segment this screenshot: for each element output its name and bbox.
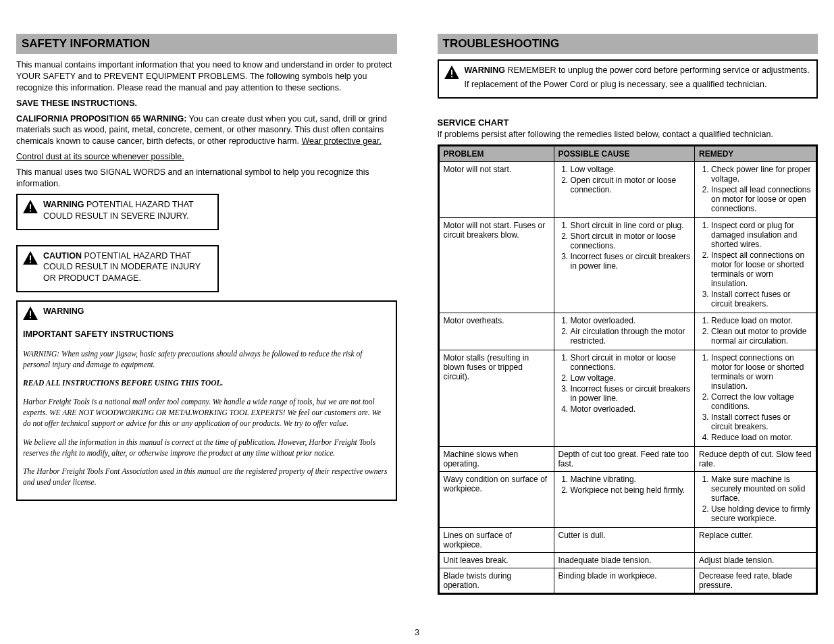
table-row: Unit leaves break.Inadequate blade tensi… [439,552,816,568]
svg-rect-1 [30,204,31,209]
right-column: TROUBLESHOOTING WARNING REMEMBER to unpl… [438,34,818,630]
svg-rect-10 [451,70,452,74]
cell-problem: Wavy condition on surface of workpiece. [439,471,554,527]
left-column: SAFETY INFORMATION This manual contains … [16,34,397,630]
cell-remedy: Adjust blade tension. [695,552,816,568]
cell-problem: Motor will not start. [439,161,554,217]
cell-remedy: Inspect connections on motor for loose o… [695,350,816,446]
table-row: Blade twists during operation.Binding bl… [439,568,816,593]
svg-rect-8 [30,317,31,319]
cell-remedy: Decrease feed rate, blade pressure. [695,568,816,593]
table-row: Motor will not start.Low voltage.Open ci… [439,161,816,217]
cell-problem: Machine slows when operating. [439,446,554,471]
cell-remedy: Reduce load on motor.Clean out motor to … [695,313,816,350]
th-cause: POSSIBLE CAUSE [554,146,695,161]
svg-rect-2 [30,210,31,211]
cell-cause: Low voltage.Open circuit in motor or loo… [554,161,695,217]
cell-cause: Depth of cut too great. Feed rate too fa… [554,446,695,471]
warning-callout: WARNING POTENTIAL HAZARD THAT COULD RESU… [16,194,219,230]
alert-icon [444,65,459,79]
th-problem: PROBLEM [439,146,554,161]
cell-remedy: Make sure machine is securely mounted on… [695,471,816,527]
service-chart-heading: SERVICE CHART [438,117,818,128]
cell-problem: Blade twists during operation. [439,568,554,593]
table-row: Wavy condition on surface of workpiece.M… [439,471,816,527]
underline-note: Control dust at its source whenever poss… [16,151,397,163]
california-prop: CALIFORNIA PROPOSITION 65 WARNING: You c… [16,113,397,148]
cell-cause: Motor overloaded.Air circulation through… [554,313,695,350]
table-row: Lines on surface of workpiece.Cutter is … [439,527,816,552]
cell-remedy: Inspect cord or plug for damaged insulat… [695,217,816,313]
cell-cause: Binding blade in workpiece. [554,568,695,593]
troubleshooting-warning: WARNING REMEMBER to unplug the power cor… [438,59,818,99]
svg-rect-4 [30,255,31,260]
svg-rect-7 [30,311,31,316]
th-remedy: REMEDY [695,146,816,161]
save-instructions: SAVE THESE INSTRUCTIONS. [16,98,397,109]
cell-problem: Unit leaves break. [439,552,554,568]
cell-cause: Inadequate blade tension. [554,552,695,568]
cell-remedy: Replace cutter. [695,527,816,552]
service-chart-sub: If problems persist after following the … [438,129,818,140]
cell-cause: Cutter is dull. [554,527,695,552]
service-chart-table: PROBLEM POSSIBLE CAUSE REMEDY Motor will… [438,144,818,595]
alert-icon [23,251,38,265]
cell-cause: Short circuit in motor or loose connecti… [554,350,695,446]
alert-icon [23,200,38,213]
cell-remedy: Reduce depth of cut. Slow feed rate. [695,446,816,471]
cell-problem: Lines on surface of workpiece. [439,527,554,552]
table-row: Motor stalls (resulting in blown fuses o… [439,350,816,446]
signal-word-intro: This manual uses two SIGNAL WORDS and an… [16,167,397,190]
intro-text: This manual contains important informati… [16,59,397,94]
caution-callout: CAUTION POTENTIAL HAZARD THAT COULD RESU… [16,245,219,293]
alert-icon [23,306,38,320]
cell-remedy: Check power line for proper voltage.Insp… [695,161,816,217]
font-assoc-callout: WARNING IMPORTANT SAFETY INSTRUCTIONS WA… [16,300,397,501]
svg-rect-5 [30,261,31,263]
table-row: Motor will not start. Fuses or circuit b… [439,217,816,313]
troubleshooting-header: TROUBLESHOOTING [438,34,818,54]
table-row: Machine slows when operating.Depth of cu… [439,446,816,471]
cell-problem: Motor stalls (resulting in blown fuses o… [439,350,554,446]
table-row: Motor overheats.Motor overloaded.Air cir… [439,313,816,350]
safety-header: SAFETY INFORMATION [16,34,397,54]
svg-rect-11 [451,76,452,78]
page-number: 3 [415,628,419,637]
cell-cause: Machine vibrating.Workpiece not being he… [554,471,695,527]
cell-problem: Motor overheats. [439,313,554,350]
cell-cause: Short circuit in line cord or plug.Short… [554,217,695,313]
cell-problem: Motor will not start. Fuses or circuit b… [439,217,554,313]
